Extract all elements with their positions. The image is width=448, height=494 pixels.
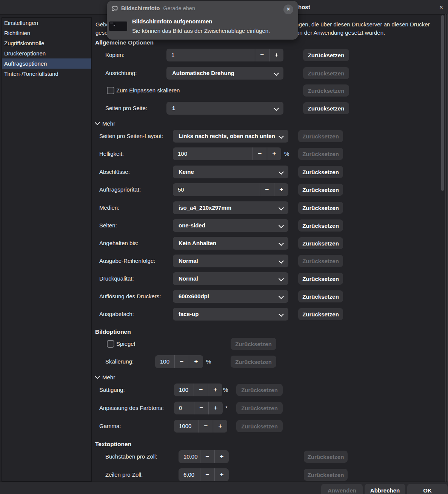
spinbox-value[interactable]: 100 <box>155 355 174 368</box>
chevron-down-icon <box>279 276 284 281</box>
reset-button[interactable]: Zurücksetzen <box>298 219 343 232</box>
reset-button[interactable]: Zurücksetzen <box>304 469 348 481</box>
reset-button[interactable]: Zurücksetzen <box>298 273 343 285</box>
reset-button[interactable]: Zurücksetzen <box>298 202 343 214</box>
abschluesse-dropdown[interactable]: Keine <box>173 166 288 178</box>
reset-button[interactable]: Zurücksetzen <box>304 451 348 463</box>
reset-button[interactable]: Zurücksetzen <box>298 148 343 160</box>
increment-button[interactable]: + <box>267 147 281 160</box>
spinbox-value[interactable]: 1 <box>166 49 255 61</box>
cancel-button[interactable]: Abbrechen <box>365 484 405 494</box>
decrement-button[interactable]: − <box>260 183 274 196</box>
zeilen-spinbox[interactable]: 6,00 − + <box>179 468 229 481</box>
sidebar-item-zugriffskontrolle[interactable]: Zugriffskontrolle <box>2 38 91 48</box>
buchstaben-spinbox[interactable]: 10,00 − + <box>179 450 229 463</box>
farbton-spinbox[interactable]: 0 − + <box>174 402 223 414</box>
scrollbar-track <box>445 14 446 482</box>
seiten-dropdown[interactable]: one-sided <box>173 219 288 232</box>
window-close-icon[interactable]: × <box>436 3 446 12</box>
reset-button[interactable]: Zurücksetzen <box>303 49 349 61</box>
reset-button[interactable]: Zurücksetzen <box>298 166 343 178</box>
chevron-down-icon <box>274 71 279 76</box>
spinbox-value[interactable]: 100 <box>173 147 252 160</box>
medien-dropdown[interactable]: iso_a4_210x297mm <box>173 201 288 214</box>
reset-button[interactable]: Zurücksetzen <box>298 290 343 302</box>
scale-to-fit-checkbox[interactable] <box>107 87 114 94</box>
reset-button[interactable]: Zurücksetzen <box>231 338 276 350</box>
sidebar-item-einstellungen[interactable]: Einstellungen <box>2 18 91 28</box>
helligkeit-spinbox[interactable]: 100 − + <box>173 147 281 160</box>
reset-button[interactable]: Zurücksetzen <box>303 84 349 97</box>
decrement-button[interactable]: − <box>194 384 208 396</box>
increment-button[interactable]: + <box>274 183 288 196</box>
reset-button[interactable]: Zurücksetzen <box>236 402 283 414</box>
vertical-scrollbar[interactable] <box>441 15 444 191</box>
increment-button[interactable]: + <box>213 420 227 433</box>
reset-button[interactable]: Zurücksetzen <box>298 130 343 142</box>
increment-button[interactable]: + <box>208 384 222 396</box>
spinbox-value[interactable]: 50 <box>173 183 260 196</box>
medien-label: Medien: <box>99 201 119 214</box>
seiten-layout-dropdown[interactable]: Links nach rechts, oben nach unten <box>173 130 288 143</box>
skalierung-spinbox[interactable]: 100 − + <box>155 355 203 368</box>
decrement-button[interactable]: − <box>252 147 267 160</box>
row-zeilen: Zeilen pro Zoll: 6,00 − + Zurücksetzen <box>0 468 448 481</box>
sidebar-item-richtlinien[interactable]: Richtlinien <box>2 28 91 38</box>
reset-button[interactable]: Zurücksetzen <box>298 255 343 267</box>
chevron-down-icon <box>279 223 284 228</box>
ausrichtung-dropdown[interactable]: Automatische Drehung <box>166 67 283 80</box>
spinbox-value[interactable]: 10,00 <box>179 450 200 463</box>
druckqualitaet-dropdown[interactable]: Normal <box>173 272 288 285</box>
row-auftragsprioritaet: Auftragspriorität: 50 − + Zurücksetzen <box>0 183 448 196</box>
dropdown-value: Automatische Drehung <box>172 67 234 80</box>
spinbox-value[interactable]: 0 <box>174 402 194 414</box>
reset-button[interactable]: Zurücksetzen <box>303 67 349 79</box>
buchstaben-label: Buchstaben pro Zoll: <box>105 450 157 463</box>
reset-button[interactable]: Zurücksetzen <box>236 420 283 432</box>
spinbox-value[interactable]: 100 <box>174 384 194 396</box>
kopien-spinbox[interactable]: 1 − + <box>166 49 283 61</box>
reset-button[interactable]: Zurücksetzen <box>298 184 343 196</box>
ausgabe-reihenfolge-dropdown[interactable]: Normal <box>173 255 288 267</box>
gamma-spinbox[interactable]: 1000 − + <box>174 420 227 433</box>
aufloesung-dropdown[interactable]: 600x600dpi <box>173 290 288 303</box>
mirror-checkbox[interactable] <box>107 340 114 348</box>
decrement-button[interactable]: − <box>255 49 269 61</box>
notification-app-name: Bildschirmfoto <box>121 5 160 11</box>
more-expander[interactable]: Mehr <box>95 120 115 127</box>
row-medien: Medien: iso_a4_210x297mm Zurücksetzen <box>0 201 448 214</box>
printer-properties-dialog: host × Einstellungen Richtlinien Zugriff… <box>0 0 448 494</box>
reset-button[interactable]: Zurücksetzen <box>303 102 349 114</box>
increment-button[interactable]: + <box>214 450 229 463</box>
close-icon[interactable]: × <box>283 5 293 14</box>
dropdown-value: iso_a4_210x297mm <box>179 201 231 214</box>
saettigung-spinbox[interactable]: 100 − + <box>174 384 222 396</box>
decrement-button[interactable]: − <box>200 468 214 481</box>
more-expander[interactable]: Mehr <box>95 373 115 381</box>
ausgabefach-dropdown[interactable]: face-up <box>173 308 288 321</box>
angehalten-bis-dropdown[interactable]: Kein Anhalten <box>173 237 288 250</box>
increment-button[interactable]: + <box>269 49 283 61</box>
decrement-button[interactable]: − <box>194 402 208 414</box>
increment-button[interactable]: + <box>208 402 223 414</box>
reset-button[interactable]: Zurücksetzen <box>298 308 343 320</box>
row-gamma: Gamma: 1000 − + Zurücksetzen <box>0 420 448 433</box>
degree-unit: ° <box>225 402 228 414</box>
screenshot-notification[interactable]: Bildschirmfoto Gerade eben × Bildschirmf… <box>107 1 298 40</box>
decrement-button[interactable]: − <box>174 355 189 368</box>
increment-button[interactable]: + <box>189 355 203 368</box>
ok-button[interactable]: OK <box>407 484 448 494</box>
apply-button[interactable]: Anwenden <box>321 484 363 494</box>
spinbox-value[interactable]: 6,00 <box>179 468 200 481</box>
spinbox-value[interactable]: 1000 <box>174 420 199 433</box>
decrement-button[interactable]: − <box>199 420 213 433</box>
seiten-pro-seite-dropdown[interactable]: 1 <box>166 102 283 115</box>
reset-button[interactable]: Zurücksetzen <box>298 237 343 249</box>
reset-button[interactable]: Zurücksetzen <box>231 356 276 368</box>
window-title: host <box>298 0 310 14</box>
auftragsprioritaet-spinbox[interactable]: 50 − + <box>173 183 288 196</box>
decrement-button[interactable]: − <box>200 450 214 463</box>
abschluesse-label: Abschlüsse: <box>99 166 130 178</box>
reset-button[interactable]: Zurücksetzen <box>236 384 283 396</box>
increment-button[interactable]: + <box>214 468 229 481</box>
